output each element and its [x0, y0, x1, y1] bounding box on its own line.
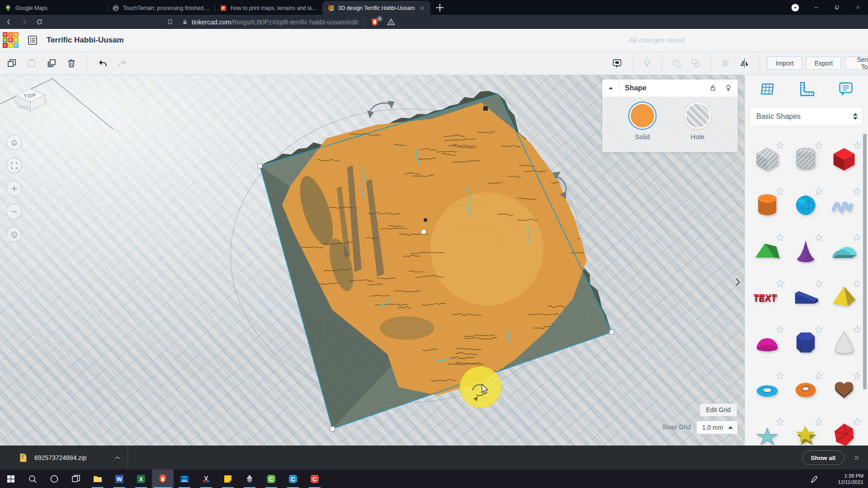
shape-polygon[interactable] — [790, 328, 821, 358]
shape-cylinder-hole[interactable] — [790, 143, 821, 174]
favorite-star-icon[interactable] — [852, 233, 862, 243]
hole-swatch[interactable] — [686, 104, 709, 127]
pen-icon[interactable] — [809, 474, 820, 484]
favorite-star-icon[interactable] — [814, 279, 824, 289]
close-button[interactable] — [847, 0, 868, 15]
browser-tab-1[interactable]: Google Maps — [0, 1, 108, 15]
favorite-star-icon[interactable] — [775, 371, 785, 381]
shape-round-roof[interactable] — [829, 235, 859, 266]
shape-category-dropdown[interactable]: Basic Shapes — [750, 107, 863, 126]
view-cube[interactable]: TOP FRONT — [12, 85, 52, 117]
copy-button[interactable] — [4, 55, 20, 71]
brave-shield-icon[interactable]: 4 — [370, 18, 379, 27]
download-item[interactable]: 692573724884.zip — [18, 452, 123, 464]
visibility-bulb-icon[interactable] — [722, 82, 734, 94]
forward-button[interactable] — [17, 16, 31, 28]
back-button[interactable] — [2, 16, 15, 28]
expand-panel-chevron-icon[interactable] — [732, 273, 743, 291]
group-button[interactable] — [670, 55, 685, 71]
favorite-star-icon[interactable] — [814, 187, 824, 197]
favorite-star-icon[interactable] — [852, 325, 862, 335]
shape-sphere[interactable] — [790, 189, 821, 220]
shape-heart[interactable] — [829, 374, 859, 404]
solid-swatch[interactable] — [631, 104, 654, 127]
export-button[interactable]: Export — [806, 56, 841, 70]
duplicate-button[interactable] — [43, 55, 60, 71]
url-bar[interactable]: tinkercad.com/things/ILB0PzXlqd6-terrifi… — [182, 18, 396, 27]
shape-pyramid[interactable] — [829, 282, 859, 312]
favorite-star-icon[interactable] — [852, 187, 862, 197]
hole-option[interactable]: Hole — [681, 104, 714, 152]
ruler-tool-tab[interactable] — [797, 79, 816, 99]
minimize-button[interactable] — [806, 0, 826, 15]
favorite-star-icon[interactable] — [852, 141, 862, 150]
sidebar-scrollbar[interactable] — [863, 134, 867, 389]
zoom-in-button[interactable] — [6, 181, 22, 196]
favorite-star-icon[interactable] — [814, 233, 824, 243]
tab-search-button[interactable] — [785, 0, 806, 15]
delete-button[interactable] — [63, 55, 80, 71]
design-menu-icon[interactable] — [27, 34, 38, 46]
fit-view-button[interactable] — [6, 158, 22, 173]
favorite-star-icon[interactable] — [852, 417, 862, 427]
shape-cone[interactable] — [790, 235, 821, 266]
favorite-star-icon[interactable] — [775, 233, 785, 243]
paste-button[interactable] — [24, 55, 40, 71]
taskbar-word[interactable]: W — [108, 469, 130, 488]
favorite-star-icon[interactable] — [852, 371, 862, 381]
brave-rewards-icon[interactable] — [387, 18, 396, 27]
redo-button[interactable] — [114, 55, 131, 71]
tinkercad-logo[interactable]: TINKERCAD — [3, 32, 19, 48]
taskbar-screencast[interactable]: C — [282, 469, 304, 488]
edit-grid-button[interactable]: Edit Grid — [700, 404, 737, 416]
favorite-star-icon[interactable] — [852, 279, 862, 289]
taskbar-file-explorer[interactable] — [87, 469, 108, 488]
shape-paraboloid[interactable] — [829, 328, 859, 358]
favorite-star-icon[interactable] — [814, 325, 824, 335]
favorite-star-icon[interactable] — [814, 417, 824, 427]
browser-tab-4[interactable]: 3D design Terrific Habbi-Uusam — [323, 1, 430, 15]
shape-cylinder[interactable] — [752, 189, 783, 220]
show-all-bulb-button[interactable] — [639, 55, 655, 71]
tab-close-icon[interactable] — [419, 5, 426, 12]
workplane-button[interactable] — [609, 55, 625, 71]
mirror-button[interactable] — [737, 55, 753, 71]
shape-torus[interactable] — [790, 374, 821, 404]
taskbar-mail[interactable] — [174, 469, 195, 488]
send-to-button[interactable]: Send To — [845, 56, 868, 70]
taskbar-excel[interactable]: X — [130, 469, 152, 488]
home-view-button[interactable] — [6, 135, 22, 150]
taskbar-sticky-notes[interactable] — [217, 469, 239, 488]
workplane-tool-tab[interactable] — [757, 79, 777, 99]
taskbar-inkscape[interactable] — [239, 469, 260, 488]
favorite-star-icon[interactable] — [814, 371, 824, 381]
bookmark-icon[interactable] — [165, 17, 175, 28]
shape-box-hole[interactable] — [752, 143, 783, 174]
taskbar-clock[interactable]: 1:38 PM 12/11/2021 — [828, 473, 863, 485]
notes-tool-tab[interactable] — [836, 79, 856, 99]
orthographic-view-button[interactable] — [6, 227, 22, 242]
favorite-star-icon[interactable] — [814, 141, 824, 150]
collapse-caret-icon[interactable] — [602, 80, 619, 97]
taskbar-camtasia[interactable]: C — [260, 469, 282, 488]
favorite-star-icon[interactable] — [775, 279, 785, 289]
browser-tab-2[interactable]: TouchTerrain: processing finished. Sett — [108, 1, 215, 15]
shape-wedge[interactable] — [790, 282, 821, 312]
download-bar-close-icon[interactable] — [852, 453, 862, 463]
snap-grid-dropdown[interactable]: 1.0 mm — [696, 421, 738, 434]
favorite-star-icon[interactable] — [775, 187, 785, 197]
taskbar-clipchamp[interactable]: C — [304, 469, 326, 488]
new-tab-button[interactable] — [434, 2, 446, 14]
show-all-downloads-button[interactable]: Show all — [802, 450, 844, 465]
shape-ring[interactable] — [752, 374, 783, 404]
taskbar-windows-start[interactable] — [0, 469, 22, 488]
taskbar-snip[interactable] — [195, 469, 217, 488]
taskbar-task-view[interactable] — [65, 469, 87, 488]
shape-scribble[interactable] — [829, 189, 859, 220]
zoom-out-button[interactable] — [6, 204, 22, 219]
download-expand-chevron-icon[interactable] — [112, 452, 123, 464]
align-button[interactable] — [718, 55, 734, 71]
undo-button[interactable] — [94, 55, 111, 71]
shape-roof[interactable] — [752, 235, 783, 266]
ungroup-button[interactable] — [689, 55, 704, 71]
